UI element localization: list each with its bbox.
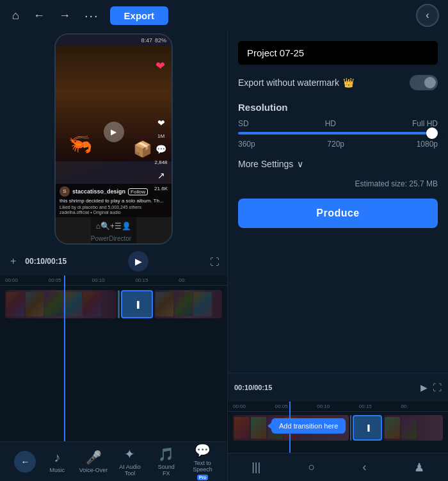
val-1080p: 1080p: [417, 140, 438, 149]
crown-icon: 👑: [343, 77, 354, 88]
video-track-left: ▐: [5, 288, 222, 320]
nav-back-icon[interactable]: ‹: [363, 461, 367, 474]
resolution-slider[interactable]: [238, 132, 438, 135]
toolbar-music[interactable]: ♪ Music: [42, 450, 72, 473]
social-bar: ❤ 1M 💬 2,848 ↗ 21.6K: [154, 118, 168, 192]
toolbar-voiceover[interactable]: 🎤 Voice-Over: [78, 450, 109, 473]
play-button-left[interactable]: ▶: [128, 251, 148, 272]
right-track-clip-end[interactable]: [383, 415, 443, 441]
resolution-section: Resolution SD HD Full HD 360p 720p 1080p: [238, 102, 438, 149]
toolbar-text-speech[interactable]: 💬 Text toSpeech Pro: [188, 443, 218, 480]
top-bar-left: ⌂ ← → ··· Export: [9, 6, 168, 25]
track-clip-left[interactable]: [5, 290, 116, 318]
comment-count: 2,848: [155, 159, 168, 165]
follow-btn[interactable]: Follow: [128, 188, 148, 195]
phone-status-bar: 8:47 82%: [56, 35, 172, 46]
timeline-time-left: 00:10/00:15: [25, 257, 67, 266]
play-icon: ▶: [111, 127, 116, 136]
export-button[interactable]: Export: [110, 6, 169, 25]
right-ruler-marks: 00:00 00:05 00:10 00:15 00:: [233, 404, 443, 409]
label-fullhd: Full HD: [412, 119, 438, 128]
selected-clip[interactable]: ▐: [121, 290, 153, 318]
redo-icon: →: [59, 9, 70, 22]
music-icon: ♪: [54, 450, 60, 465]
toolbar-sound-fx[interactable]: 🎵 SoundFX: [151, 446, 182, 477]
undo-icon: ←: [33, 9, 45, 22]
clip-thumb-2: [26, 292, 44, 316]
right-play-button[interactable]: ▶: [420, 382, 428, 393]
ruler-mark-3: 00:15: [135, 277, 179, 283]
nav-profile-icon[interactable]: ♟: [414, 461, 424, 475]
right-timeline-controls: 00:10/00:15 ▶ ⛶: [228, 373, 448, 402]
phone-search-icon[interactable]: 🔍: [100, 222, 110, 231]
watermark-label: Export without watermark 👑: [238, 77, 354, 88]
phone-preview: 8:47 82% 🦐 📦 ❤ ❤ 1M: [0, 31, 227, 247]
clip-thumb-r2: [175, 292, 193, 316]
redo-button[interactable]: →: [56, 8, 74, 24]
ruler-mark-1: 00:05: [49, 277, 92, 283]
track-clip-right[interactable]: [154, 290, 222, 318]
add-transition-tooltip[interactable]: Add transition here: [271, 418, 346, 434]
clip-thumb-1: [6, 292, 24, 316]
more-settings-button[interactable]: More Settings ∨: [238, 159, 303, 169]
phone-home-icon[interactable]: ⌂: [96, 222, 100, 231]
voiceover-icon: 🎤: [86, 450, 102, 465]
clip-thumb-r1: [156, 292, 173, 316]
add-transition-text: Add transition here: [279, 422, 338, 430]
toggle-knob: [424, 77, 436, 88]
add-clip-button[interactable]: +: [8, 254, 19, 268]
right-fullscreen-button[interactable]: ⛶: [433, 382, 442, 393]
undo-button[interactable]: ←: [30, 8, 48, 24]
right-ruler-4: 00:: [401, 404, 443, 409]
chevron-down-icon: ∨: [297, 159, 303, 169]
right-bottom-nav: ||| ○ ‹ ♟: [228, 453, 448, 481]
label-hd: HD: [325, 119, 336, 128]
username: staccatisso_design: [72, 188, 125, 195]
phone-add-icon[interactable]: +: [110, 222, 115, 231]
back-circle-icon: ‹: [426, 10, 429, 21]
right-thumb-e2: [401, 417, 417, 439]
phone-inbox-icon[interactable]: ☰: [115, 222, 122, 231]
bottom-toolbar: ← ♪ Music 🎤 Voice-Over ✦ AI AudioTool 🎵 …: [0, 441, 227, 481]
nav-home-icon[interactable]: ○: [308, 461, 315, 474]
export-panel: Project 07-25 Export without watermark 👑…: [228, 31, 448, 373]
slider-thumb[interactable]: [426, 127, 438, 139]
pro-badge: Pro: [197, 475, 209, 480]
ruler-marks-left: 00:00 00:05 00:10 00:15 00:: [5, 277, 222, 283]
project-name-bar[interactable]: Project 07-25: [238, 41, 438, 65]
phone-profile-icon[interactable]: 👤: [122, 222, 131, 231]
right-ruler-1: 00:05: [275, 404, 317, 409]
val-720p: 720p: [327, 140, 344, 149]
right-thumb-1: [234, 417, 250, 439]
clip-thumb-3: [45, 292, 63, 316]
comment-icon: 💬: [156, 144, 166, 154]
share-icon: ↗: [157, 170, 165, 181]
nav-menu-icon[interactable]: |||: [252, 461, 260, 474]
track-divider[interactable]: [118, 290, 120, 318]
toolbar-ai-audio[interactable]: ✦ AI AudioTool: [115, 446, 145, 477]
right-track-divider[interactable]: [350, 415, 351, 441]
slider-fill: [238, 132, 438, 135]
watermark-toggle[interactable]: [410, 75, 438, 90]
right-video-track: ▐ Add transition here: [233, 413, 443, 443]
back-icon-toolbar: ←: [20, 457, 29, 467]
ai-audio-label: AI AudioTool: [119, 464, 141, 477]
home-button[interactable]: ⌂: [9, 8, 22, 24]
produce-button[interactable]: Produce: [238, 199, 438, 228]
play-circle-button[interactable]: ▶: [104, 122, 124, 142]
resolution-values: 360p 720p 1080p: [238, 140, 438, 149]
right-track-area: 00:00 00:05 00:10 00:15 00:: [228, 402, 448, 453]
right-panel: Project 07-25 Export without watermark 👑…: [227, 31, 448, 481]
slider-track: [238, 132, 438, 135]
playhead-left: [64, 275, 65, 441]
back-circle-button[interactable]: ‹: [416, 4, 439, 27]
more-button[interactable]: ···: [81, 7, 102, 24]
right-selected-clip[interactable]: ▐: [353, 415, 382, 441]
right-selected-icon: ▐: [365, 425, 369, 431]
back-button-toolbar[interactable]: ←: [14, 451, 36, 473]
more-icon: ···: [84, 8, 99, 22]
text-speech-label: Text toSpeech: [193, 460, 212, 473]
right-timeline: 00:10/00:15 ▶ ⛶ 00:00 00:05 00:10 00:15 …: [228, 373, 448, 453]
fullscreen-button-left[interactable]: ⛶: [210, 256, 220, 267]
ai-audio-icon: ✦: [124, 446, 135, 462]
